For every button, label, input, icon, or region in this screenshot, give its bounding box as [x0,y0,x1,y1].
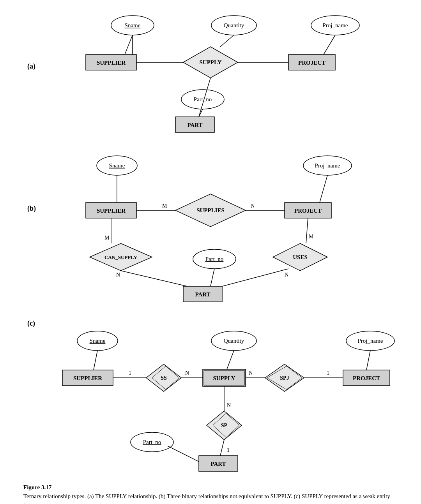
attr-sname-a-label: Sname [125,22,141,28]
line-partno-part-c [168,446,199,462]
attr-projname-c-label: Proj_name [358,338,383,344]
svg-c: Sname Quantity Proj_name Part_no SUPPLIE… [47,327,421,483]
figure-caption-text: Ternary relationship types. (a) The SUPP… [23,492,398,504]
attr-projname-b-label: Proj_name [315,162,340,169]
attr-sname-c-label: Sname [90,338,106,344]
diagram-b: (b) Sname Proj_name Part_no SUPPLIER PRO… [23,148,398,312]
figure-caption: Figure 3.17 Ternary relationship types. … [23,483,398,504]
rel-ss-c-label: SS [161,375,167,381]
card-m-uses-top: M [309,234,314,240]
rel-supply-a-label: SUPPLY [200,59,222,65]
entity-supplier-c-label: SUPPLIER [73,375,102,381]
entity-project-c-label: PROJECT [353,375,380,381]
card-n-spj-left: N [249,370,253,376]
attr-sname-b-label: Sname [109,162,125,169]
svg-a: Sname Quantity Proj_name Part_no SUPPLIE… [47,12,421,136]
line-partno-part-b [210,269,214,286]
rel-supplies-b-label: SUPPLIES [196,207,225,213]
figure-title: Figure 3.17 [23,483,398,492]
line-uses-part [222,269,288,286]
rel-spj-c-label: SPJ [280,375,289,381]
attr-quantity-c-label: Quantity [224,338,244,344]
label-c: (c) [27,319,35,328]
attr-partno-a-label: Part_no [194,96,212,102]
card-1-spj-right: 1 [327,370,329,376]
label-a: (a) [27,62,35,70]
entity-project-b-label: PROJECT [294,208,322,214]
line-project-uses [306,218,308,243]
entity-project-a-label: PROJECT [298,60,325,66]
attr-partno-c-label: Part_no [143,439,161,445]
entity-supply-c-label: SUPPLY [213,375,235,381]
card-m-cansupply-top: M [104,235,110,241]
entity-supplier-b-label: SUPPLIER [97,208,126,214]
entity-part-b-label: PART [195,291,210,298]
entity-part-a-label: PART [187,122,202,128]
line-cansupply-part [121,271,187,286]
card-1-sp-bottom: 1 [227,447,230,453]
line-projname-project-c [366,351,370,370]
card-m-supplies-left: M [162,203,167,209]
figure-title-text: Figure 3.17 [23,484,51,490]
line-projname-project [324,35,335,55]
rel-uses-b-label: USES [293,254,308,260]
line-sp-part [220,440,224,456]
line-quantity-supply-c [227,351,234,369]
page: (a) Sname Quantity Proj_name Part_no SUP… [0,0,421,504]
card-n-cansupply-bottom: N [116,272,120,278]
rel-sp-c-label: SP [221,423,228,428]
card-1-ss-left: 1 [129,370,131,376]
diagram-c: (c) Sname Quantity Proj_name Part_no SUP… [23,315,398,479]
rel-cansupply-b-label: CAN_SUPPLY [104,254,138,260]
card-n-sp-top: N [227,402,231,408]
attr-projname-a-label: Proj_name [323,22,348,28]
line-projname-project-b [320,175,327,203]
entity-supplier-a-label: SUPPLIER [97,60,126,66]
line-sname-supplier-c [94,351,97,370]
label-b: (b) [27,204,36,213]
line-sname-supplier2 [125,35,133,55]
card-n-uses-bottom: N [285,272,288,278]
attr-quantity-a-label: Quantity [224,22,244,28]
svg-b: Sname Proj_name Part_no SUPPLIER PROJECT… [47,148,421,312]
entity-part-c-label: PART [210,461,226,467]
diagram-a: (a) Sname Quantity Proj_name Part_no SUP… [23,12,398,144]
card-n-ss-right: N [185,370,189,376]
attr-partno-b-label: Part_no [205,256,224,262]
line-quantity-supply [220,35,234,47]
card-n-supplies-right: N [251,203,255,209]
